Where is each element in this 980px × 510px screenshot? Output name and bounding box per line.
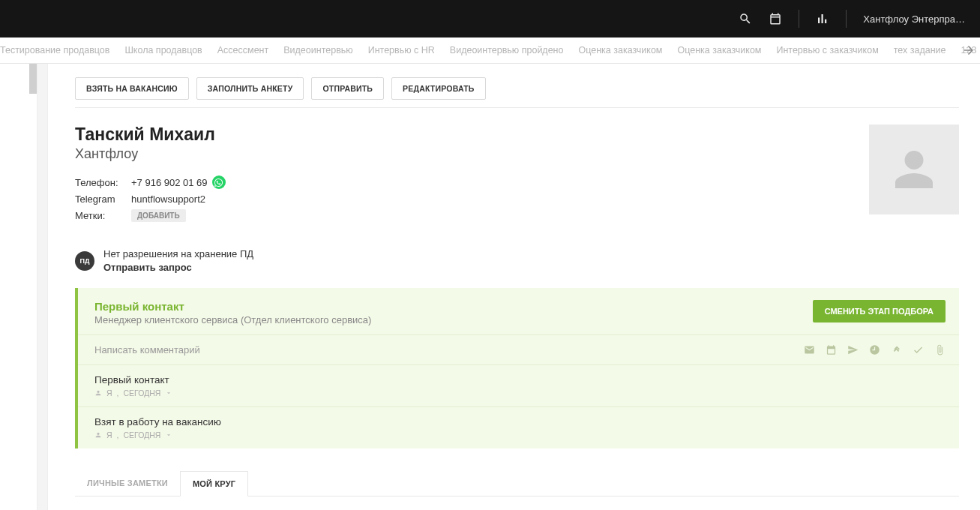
org-name[interactable]: Хантфлоу Энтерпра… [863,14,965,25]
pd-badge: ПД [75,251,94,271]
calendar-small-icon[interactable] [826,344,837,356]
pd-status-text: Нет разрешения на хранение ПД [103,248,253,261]
stage-item[interactable]: тех задание [894,45,946,56]
topbar: Хантфлоу Энтерпра… [0,0,980,38]
stage-item[interactable]: Оценка заказчиком [578,45,662,56]
check-icon[interactable] [913,344,924,356]
log-item: Первый контакт Я, СЕГОДНЯ [78,364,959,406]
calendar-icon[interactable] [769,12,782,26]
stage-item[interactable]: Оценка заказчиком [677,45,761,56]
stage-item[interactable]: Тестирование продавцов [0,45,109,56]
send-icon[interactable] [847,344,859,356]
stage-item[interactable]: Ассессмент [217,45,268,56]
add-tag-button[interactable]: ДОБАВИТЬ [131,209,186,222]
avatar-placeholder [869,124,959,214]
log-author: Я [106,388,112,398]
scrollbar-track[interactable] [37,64,48,510]
stage-item[interactable]: Видеоинтервью [283,45,352,56]
phone-label: Телефон: [75,177,131,188]
mail-icon[interactable] [804,344,815,356]
whatsapp-icon[interactable] [212,176,226,189]
person-icon [94,389,102,397]
log-date: СЕГОДНЯ [124,430,161,440]
left-sidebar [0,64,37,510]
main-content: ВЗЯТЬ НА ВАКАНСИЮ ЗАПОЛНИТЬ АНКЕТУ ОТПРА… [48,64,980,510]
take-vacancy-button[interactable]: ВЗЯТЬ НА ВАКАНСИЮ [75,77,189,100]
log-title: Взят в работу на вакансию [94,416,946,428]
telegram-value: huntflowsupport2 [131,194,205,205]
candidate-name: Танский Михаил [75,124,226,145]
handshake-icon[interactable] [891,344,902,356]
candidate-company: Хантфлоу [75,146,226,162]
log-date: СЕГОДНЯ [124,388,161,398]
comment-input[interactable]: Написать комментарий [94,344,804,356]
analytics-icon[interactable] [816,12,829,26]
stage-item[interactable]: Интервью с заказчиком [776,45,878,56]
stage-subtitle: Менеджер клиентского сервиса (Отдел клие… [94,314,371,326]
clock-icon[interactable] [869,344,880,356]
telegram-label: Telegram [75,194,131,205]
topbar-divider [799,10,799,28]
pd-send-request[interactable]: Отправить запрос [103,261,253,274]
stages-bar: Тестирование продавцов Школа продавцов А… [0,38,980,64]
attachment-icon[interactable] [934,344,946,356]
comment-actions [804,344,946,356]
search-icon[interactable] [739,12,752,26]
stage-card: Первый контакт Менеджер клиентского серв… [75,288,959,448]
stage-item[interactable]: Видеоинтервью пройдено [450,45,564,56]
person-icon [94,431,102,439]
edit-button[interactable]: РЕДАКТИРОВАТЬ [391,77,485,100]
pd-permission-row: ПД Нет разрешения на хранение ПД Отправи… [75,248,959,274]
document-tabs: ЛИЧНЫЕ ЗАМЕТКИ МОЙ КРУГ [75,471,959,496]
stage-title: Первый контакт [94,300,371,313]
scroll-right-icon[interactable] [962,44,976,57]
topbar-divider-2 [846,10,847,28]
log-title: Первый контакт [94,374,946,386]
tab-circle[interactable]: МОЙ КРУГ [180,471,248,496]
tab-notes[interactable]: ЛИЧНЫЕ ЗАМЕТКИ [75,471,180,496]
stage-item[interactable]: Школа продавцов [124,45,202,56]
chevron-down-icon[interactable] [165,431,172,439]
change-stage-button[interactable]: СМЕНИТЬ ЭТАП ПОДБОРА [813,300,946,322]
chevron-down-icon[interactable] [165,389,172,397]
divider [75,107,959,108]
action-buttons: ВЗЯТЬ НА ВАКАНСИЮ ЗАПОЛНИТЬ АНКЕТУ ОТПРА… [75,77,959,100]
fill-form-button[interactable]: ЗАПОЛНИТЬ АНКЕТУ [196,77,304,100]
log-author: Я [106,430,112,440]
phone-value: +7 916 902 01 69 [131,177,208,188]
log-item: Взят в работу на вакансию Я, СЕГОДНЯ [78,406,959,448]
send-button[interactable]: ОТПРАВИТЬ [311,77,384,100]
stage-item[interactable]: Интервью с HR [368,45,435,56]
tags-label: Метки: [75,210,131,221]
